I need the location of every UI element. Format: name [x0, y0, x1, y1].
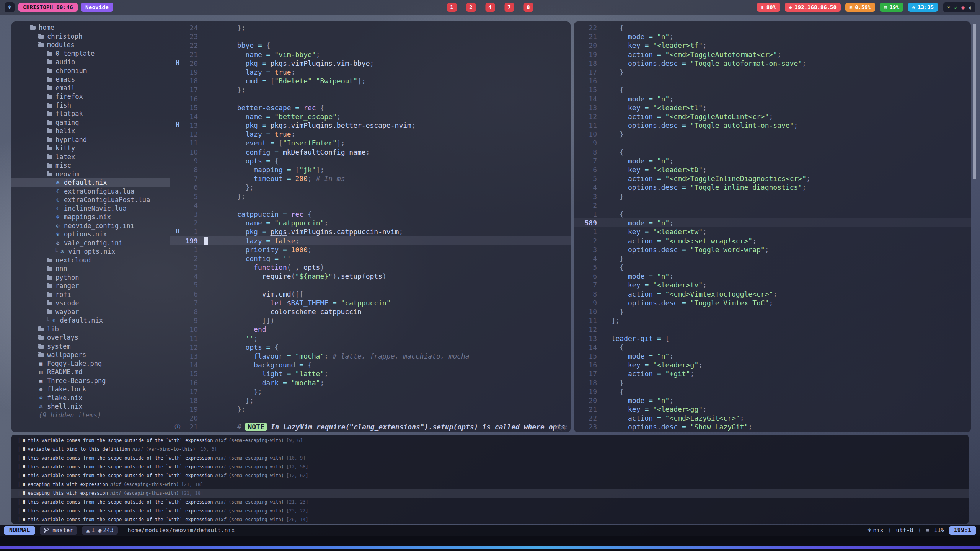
code-line[interactable]: 8 colorscheme catppuccin [170, 307, 571, 316]
code-line[interactable]: 14 mode = "n"; [574, 95, 971, 103]
tree-item[interactable]: home [11, 23, 170, 32]
quickfix-item[interactable]: │Hthis variable comes from the scope out… [11, 436, 969, 445]
tree-item[interactable]: chromium [11, 67, 170, 75]
tree-item[interactable]: rofi [11, 290, 170, 299]
tree-item[interactable]: helix [11, 127, 170, 135]
code-line[interactable]: 5 }; [170, 192, 571, 201]
tmux-app-badge[interactable]: Neovide [81, 3, 113, 12]
quickfix-item[interactable]: │Hthis variable comes from the scope out… [11, 462, 969, 471]
code-line[interactable]: 3 } [574, 192, 971, 201]
code-line[interactable]: 10 } [574, 130, 971, 139]
volume-icon[interactable]: ◖ [969, 4, 972, 10]
tmux-window-7[interactable]: 7 [504, 3, 514, 12]
tree-item[interactable]: misc [11, 161, 170, 170]
code-line[interactable]: 22 action = "<cmd>LazyGit<cr>"; [574, 414, 971, 422]
code-line[interactable]: 19 action = "<cmd>ToggleAutoformat<cr>"; [574, 50, 971, 59]
code-line[interactable]: 2 config = '' [170, 254, 571, 263]
code-line[interactable]: 11 ]; [574, 316, 971, 325]
code-line[interactable]: 4 require("${name}").setup(opts) [170, 272, 571, 280]
code-line[interactable]: 1 priority = 1000; [170, 245, 571, 254]
code-line[interactable]: 6 key = "<leader>tD"; [574, 165, 971, 174]
code-line[interactable]: 7 key = "<leader>tv"; [574, 280, 971, 289]
tmux-window-2[interactable]: 2 [466, 3, 476, 12]
tree-item[interactable]: python [11, 273, 170, 282]
code-line[interactable]: 23 [170, 32, 571, 41]
code-line[interactable]: 16 dark = "mocha"; [170, 378, 571, 387]
code-line[interactable]: 6 vim.cmd([[ [170, 290, 571, 298]
code-line[interactable]: 2 name = "catppuccin"; [170, 218, 571, 227]
code-line[interactable]: 4 options.desc = "Toggle inline diagnost… [574, 183, 971, 192]
code-line[interactable]: 21 mode = "n"; [574, 32, 971, 41]
code-line[interactable]: 7 let $BAT_THEME = "catppuccin" [170, 298, 571, 307]
code-line[interactable]: 20 [170, 414, 571, 422]
code-line[interactable]: 4 } [574, 254, 971, 263]
code-line[interactable]: 2 [574, 201, 971, 210]
code-line[interactable]: 5 [170, 280, 571, 289]
code-line[interactable]: 11 event = ["InsertEnter"]; [170, 139, 571, 147]
code-line[interactable]: 13 key = "<leader>tl"; [574, 103, 971, 112]
git-branch[interactable]: master [40, 526, 77, 535]
tree-item[interactable]: fish [11, 101, 170, 110]
quickfix-item[interactable]: │Hthis variable comes from the scope out… [11, 471, 969, 480]
tree-item[interactable]: ⚙neovide_config.ini [11, 222, 170, 230]
tree-item[interactable]: email [11, 84, 170, 93]
code-line[interactable]: 7 timeout = 200; # In ms [170, 174, 571, 183]
code-line[interactable]: 4 [170, 201, 571, 210]
tree-item[interactable]: └❄default.nix [11, 316, 170, 325]
quickfix-item[interactable]: │Hescaping this with expressionnixf(esca… [11, 489, 969, 498]
code-line[interactable]: 15 light = "latte"; [170, 369, 571, 378]
code-line[interactable]: 18 } [574, 378, 971, 387]
code-line[interactable]: 3 catppuccin = rec { [170, 210, 571, 218]
tree-item[interactable]: ❄flake.nix [11, 394, 170, 403]
code-line[interactable]: 9 ]]) [170, 316, 571, 325]
tree-item[interactable]: ☾extraConfigLuaPost.lua [11, 196, 170, 204]
quickfix-item[interactable]: │Hescaping this with expressionnixf(esca… [11, 480, 969, 489]
code-line[interactable]: 17 }; [170, 85, 571, 94]
code-line[interactable]: 17 action = "+git"; [574, 369, 971, 378]
code-line[interactable]: 5 { [574, 263, 971, 272]
code-line[interactable]: 23 options.desc = "Show LazyGit"; [574, 422, 971, 431]
code-line[interactable]: H20 pkg = pkgs.vimPlugins.vim-bbye; [170, 59, 571, 68]
tree-item[interactable]: latex [11, 153, 170, 161]
quickfix-item[interactable]: │Hthis variable comes from the scope out… [11, 507, 969, 515]
tmux-window-1[interactable]: 1 [447, 3, 457, 12]
code-line[interactable]: 9 [574, 139, 971, 147]
tree-item[interactable]: wallpapers [11, 350, 170, 359]
code-line[interactable]: 18 cmd = ["Bdelete" "Bwipeout"]; [170, 77, 571, 85]
code-line[interactable]: 3 function(_, opts) [170, 263, 571, 272]
code-line[interactable]: 8 mapping = ["jk"]; [170, 165, 571, 174]
tree-item[interactable]: ▦Three-Bears.png [11, 377, 170, 385]
code-line[interactable]: 10 config = mkDefaultConfig name; [170, 148, 571, 156]
record-icon[interactable]: ● [961, 4, 964, 10]
tree-item[interactable]: audio [11, 58, 170, 67]
code-line[interactable]: H1 pkg = pkgs.vimPlugins.catppuccin-nvim… [170, 227, 571, 236]
code-line[interactable]: 20 mode = "n"; [574, 396, 971, 405]
code-line[interactable]: 21 key = "<leader>gg"; [574, 405, 971, 414]
code-line[interactable]: 15 { [574, 85, 971, 94]
tree-item[interactable]: ☾inclineNavic.lua [11, 204, 170, 213]
tree-item[interactable]: ranger [11, 282, 170, 290]
code-line[interactable]: 589 mode = "n"; [574, 218, 971, 227]
code-line[interactable]: 14 background = { [170, 360, 571, 369]
code-line[interactable]: 7 mode = "n"; [574, 156, 971, 165]
tree-item[interactable]: christoph [11, 32, 170, 41]
tree-item[interactable]: ❄options.nix [11, 230, 170, 239]
tree-item[interactable]: firef­ox [11, 92, 170, 101]
tree-item[interactable]: lib [11, 325, 170, 334]
code-line[interactable]: 20 key = "<leader>tf"; [574, 41, 971, 50]
code-line[interactable]: 6 mode = "n"; [574, 272, 971, 280]
code-line[interactable]: 1 key = "<leader>tw"; [574, 227, 971, 236]
code-line[interactable]: 13 leader-git = [ [574, 334, 971, 343]
code-line[interactable]: 17 }; [170, 387, 571, 396]
code-line[interactable]: 18 }; [170, 396, 571, 405]
tree-item[interactable]: emacs [11, 75, 170, 84]
code-line[interactable]: 24 }; [170, 23, 571, 32]
scrollbar[interactable] [973, 24, 976, 179]
tmux-session-badge[interactable]: CHRISTOPH 00:46 [18, 3, 78, 12]
tree-item[interactable]: waybar [11, 308, 170, 316]
bulb-icon[interactable]: ☀ [947, 4, 950, 10]
code-line[interactable]: 19 { [574, 387, 971, 396]
code-line[interactable]: 16 [574, 77, 971, 85]
code-line[interactable]: 22 bbye = { [170, 41, 571, 50]
os-logo-icon[interactable]: ❄ [5, 2, 15, 12]
